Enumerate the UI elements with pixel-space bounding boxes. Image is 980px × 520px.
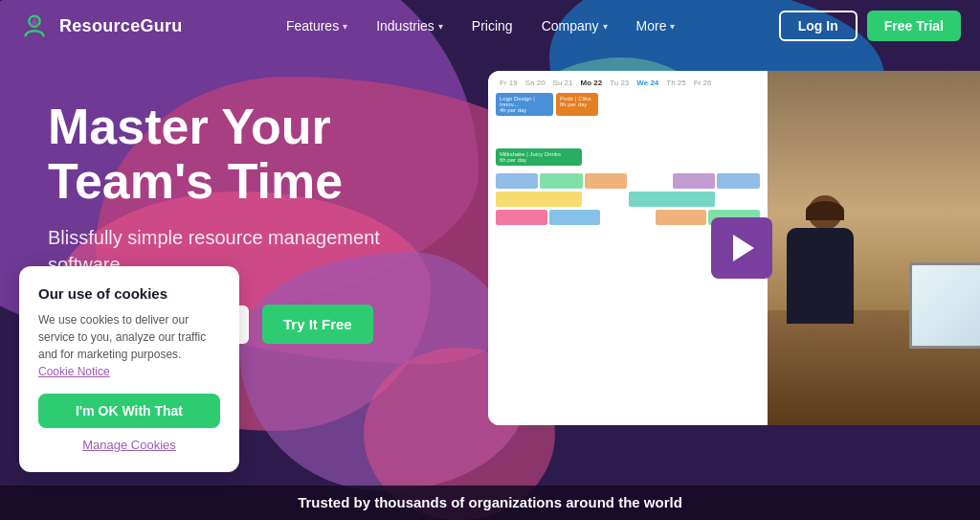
hero-heading: Master Your Team's Time: [48, 100, 450, 209]
nav-actions: Log In Free Trial: [779, 11, 961, 41]
free-trial-button[interactable]: Free Trial: [867, 11, 961, 41]
cookie-body: We use cookies to deliver our service to…: [38, 311, 220, 380]
video-mockup: Fr 19Sa 20Su 21 Mo 22 Tu 23 We 24 Th 25F…: [488, 71, 980, 425]
brand-name: ResourceGuru: [59, 16, 183, 36]
logo-area[interactable]: ResourceGuru: [19, 11, 183, 41]
chevron-down-icon: ▾: [670, 21, 675, 32]
chevron-down-icon: ▾: [438, 21, 443, 32]
cookie-title: Our use of cookies: [38, 285, 220, 302]
play-button[interactable]: [711, 217, 772, 279]
nav-company[interactable]: Company ▾: [530, 11, 619, 41]
cookie-ok-button[interactable]: I'm OK With That: [38, 394, 220, 428]
chevron-down-icon: ▾: [603, 21, 608, 32]
video-area[interactable]: Fr 19Sa 20Su 21 Mo 22 Tu 23 We 24 Th 25F…: [488, 71, 980, 425]
try-free-button[interactable]: Try It Free: [262, 305, 373, 344]
chevron-down-icon: ▾: [343, 21, 347, 32]
manage-cookies-button[interactable]: Manage Cookies: [38, 438, 220, 452]
nav-pricing[interactable]: Pricing: [460, 11, 524, 41]
play-icon: [733, 235, 754, 261]
nav-links: Features ▾ Industries ▾ Pricing Company …: [275, 11, 687, 41]
login-button[interactable]: Log In: [779, 11, 858, 41]
nav-industries[interactable]: Industries ▾: [365, 11, 455, 41]
cookie-banner: Our use of cookies We use cookies to del…: [19, 266, 239, 472]
bottom-bar: Trusted by thousands of organizations ar…: [0, 486, 980, 520]
nav-features[interactable]: Features ▾: [275, 11, 359, 41]
office-photo: [768, 71, 981, 425]
logo-icon: [19, 11, 50, 41]
play-overlay[interactable]: [711, 217, 772, 279]
cookie-notice-link[interactable]: Cookie Notice: [38, 365, 110, 378]
nav-more[interactable]: More ▾: [625, 11, 687, 41]
navbar: ResourceGuru Features ▾ Industries ▾ Pri…: [0, 0, 980, 52]
trusted-text: Trusted by thousands of organizations ar…: [298, 494, 682, 510]
